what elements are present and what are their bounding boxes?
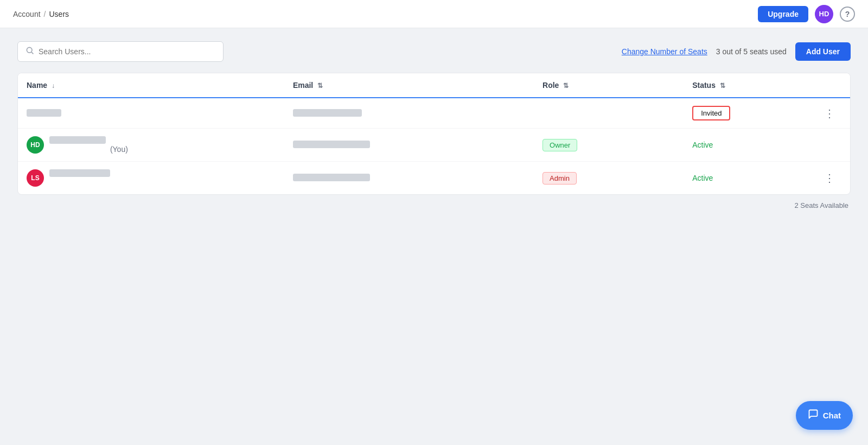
table-header-row: Name ↓ Email ⇅ Role ⇅ Status ⇅ [18, 73, 850, 98]
table-row: HD██████ ██████ (You)████████@dacast.com… [18, 129, 850, 162]
toolbar: Change Number of Seats 3 out of 5 seats … [17, 41, 851, 62]
breadcrumb-parent[interactable]: Account [13, 10, 41, 18]
seats-used-label: 3 out of 5 seats used [716, 47, 787, 56]
upgrade-button[interactable]: Upgrade [758, 6, 808, 22]
svg-point-0 [27, 47, 32, 53]
col-header-email[interactable]: Email ⇅ [284, 73, 534, 98]
col-header-name[interactable]: Name ↓ [18, 73, 284, 98]
svg-line-1 [31, 52, 34, 54]
status-badge: Active [692, 174, 713, 182]
more-options-button[interactable]: ⋮ [820, 107, 839, 120]
breadcrumb-current: Users [49, 10, 69, 18]
main-content: Change Number of Seats 3 out of 5 seats … [0, 28, 868, 223]
status-sort-icon: ⇅ [720, 82, 725, 90]
search-box[interactable] [17, 41, 224, 62]
more-options-button[interactable]: ⋮ [820, 171, 839, 185]
add-user-button[interactable]: Add User [795, 42, 851, 61]
actions-cell: ⋮ [808, 98, 850, 129]
actions-cell [808, 129, 850, 162]
name-cell: ████████ [18, 98, 284, 129]
actions-cell: ⋮ [808, 162, 850, 195]
breadcrumb: Account / Users [13, 10, 69, 18]
chat-label: Chat [823, 411, 841, 420]
chat-bubble-icon [808, 409, 819, 422]
help-icon[interactable]: ? [840, 7, 855, 22]
top-navigation: Account / Users Upgrade HD ? [0, 0, 868, 28]
table-row: LS███████ ██████████████@dacast.comAdmin… [18, 162, 850, 195]
col-header-status[interactable]: Status ⇅ [684, 73, 808, 98]
name-sort-icon: ↓ [52, 82, 55, 90]
name-cell: HD██████ ██████ (You) [18, 129, 284, 162]
change-seats-link[interactable]: Change Number of Seats [622, 47, 707, 56]
seats-available-label: 2 Seats Available [17, 201, 851, 209]
name-cell: LS███████ ██████ [18, 162, 284, 195]
user-name: ███████ ██████ [49, 169, 110, 187]
user-name: ████████ [27, 109, 61, 118]
users-table-wrapper: Name ↓ Email ⇅ Role ⇅ Status ⇅ [17, 73, 851, 195]
role-cell [534, 98, 684, 129]
user-avatar-row2: HD [27, 136, 44, 154]
role-sort-icon: ⇅ [563, 82, 569, 90]
user-avatar-row3: LS [27, 169, 44, 187]
role-cell: Admin [534, 162, 684, 195]
search-icon [25, 46, 34, 57]
email-cell: ████████@dacast.com [284, 162, 534, 195]
name-suffix: (You) [108, 145, 128, 154]
breadcrumb-separator: / [44, 10, 46, 18]
role-badge: Admin [542, 172, 577, 185]
chat-button[interactable]: Chat [796, 401, 853, 430]
status-badge: Active [692, 141, 713, 149]
table-row: ███████████████dacast.comInvited⋮ [18, 98, 850, 129]
status-cell: Active [684, 162, 808, 195]
user-avatar[interactable]: HD [815, 5, 833, 23]
status-cell: Active [684, 129, 808, 162]
col-header-role[interactable]: Role ⇅ [534, 73, 684, 98]
role-cell: Owner [534, 129, 684, 162]
users-table: Name ↓ Email ⇅ Role ⇅ Status ⇅ [18, 73, 850, 194]
email-cell: ███████dacast.com [284, 98, 534, 129]
user-name: ██████ ██████ (You) [49, 136, 128, 154]
status-cell: Invited [684, 98, 808, 129]
email-sort-icon: ⇅ [317, 82, 323, 90]
email-cell: ████████@dacast.com [284, 129, 534, 162]
search-input[interactable] [39, 47, 215, 56]
col-header-actions [808, 73, 850, 98]
toolbar-right: Change Number of Seats 3 out of 5 seats … [622, 42, 851, 61]
role-badge: Owner [542, 139, 577, 151]
top-nav-right: Upgrade HD ? [758, 5, 855, 23]
status-badge: Invited [692, 106, 730, 120]
